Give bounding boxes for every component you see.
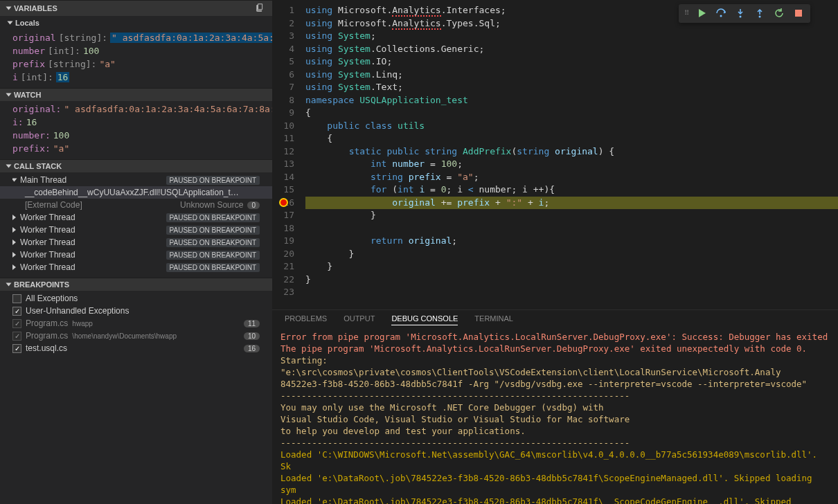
breakpoint-label: test.usql.cs xyxy=(26,343,67,353)
watch-row[interactable]: original: " asdfasdfa:0a:1a:2a:3a:4a:5a:… xyxy=(0,102,272,116)
chevron-down-icon xyxy=(6,93,12,97)
code-line[interactable] xyxy=(305,286,838,299)
breakpoint-count: 11 xyxy=(244,320,260,327)
variable-type: [int]: xyxy=(21,72,53,82)
thread-row[interactable]: Worker ThreadPAUSED ON BREAKPOINT xyxy=(0,249,272,261)
breakpoint-row[interactable]: test.usql.cs16 xyxy=(0,342,272,354)
stack-frame[interactable]: [External Code]Unknown Source0 xyxy=(0,199,272,211)
debug-console-output[interactable]: Error from pipe program 'Microsoft.Analy… xyxy=(272,328,838,504)
frame-badge: 0 xyxy=(247,201,260,209)
chevron-right-icon xyxy=(12,240,16,245)
watch-value: " asdfasdfa:0a:1a:2a:3a:4a:5a:6a:7a:8a:9… xyxy=(64,104,272,114)
code-line[interactable]: static public string AddPrefix(string or… xyxy=(305,145,838,159)
console-line: You may only use the Microsoft .NET Core… xyxy=(280,402,830,413)
code-line[interactable]: return original; xyxy=(305,235,838,248)
locals-label: Locals xyxy=(15,19,39,27)
breakpoint-row[interactable]: Program.cs hwapp11 xyxy=(0,317,272,330)
code-line[interactable]: } xyxy=(305,248,838,261)
code-line[interactable]: int number = 100; xyxy=(305,158,838,171)
variable-row[interactable]: prefix [string]: "a" xyxy=(0,57,272,71)
panel-tab-terminal[interactable]: TERMINAL xyxy=(474,314,513,325)
code-line[interactable]: using System; xyxy=(305,30,838,43)
code-line[interactable]: string prefix = "a"; xyxy=(305,171,838,184)
panel-tab-output[interactable]: OUTPUT xyxy=(344,314,375,325)
thread-row[interactable]: Worker ThreadPAUSED ON BREAKPOINT xyxy=(0,261,272,273)
console-line: ----------------------------------------… xyxy=(280,437,830,449)
checkbox[interactable] xyxy=(12,307,21,316)
editor-area: 1234567891011121314151617181920212223 us… xyxy=(272,0,838,504)
code-line[interactable]: } xyxy=(305,260,838,273)
code-line[interactable]: using System.IO; xyxy=(305,55,838,69)
code-line[interactable]: } xyxy=(305,209,838,222)
step-into-button[interactable] xyxy=(734,7,747,19)
checkbox[interactable] xyxy=(12,344,21,353)
code-editor[interactable]: 1234567891011121314151617181920212223 us… xyxy=(272,0,838,309)
chevron-right-icon xyxy=(12,227,16,233)
checkbox[interactable] xyxy=(12,332,21,341)
code-body[interactable]: using Microsoft.Analytics.Interfaces;usi… xyxy=(300,0,838,309)
breakpoint-count: 10 xyxy=(244,332,260,340)
locals-header[interactable]: Locals xyxy=(0,16,272,30)
breakpoint-row[interactable]: User-Unhandled Exceptions xyxy=(0,305,272,317)
breakpoint-row[interactable]: All Exceptions xyxy=(0,292,272,305)
thread-status: PAUSED ON BREAKPOINT xyxy=(166,176,260,185)
watch-row[interactable]: i: 16 xyxy=(0,116,272,129)
panel-tab-debug-console[interactable]: DEBUG CONSOLE xyxy=(391,314,458,325)
checkbox[interactable] xyxy=(12,319,21,328)
thread-row[interactable]: Worker ThreadPAUSED ON BREAKPOINT xyxy=(0,211,272,224)
thread-row[interactable]: Worker ThreadPAUSED ON BREAKPOINT xyxy=(0,224,272,236)
watch-name: number: xyxy=(12,130,51,141)
variable-row[interactable]: number [int]: 100 xyxy=(0,44,272,57)
console-line: Starting: "e:\src\cosmos\private\cosmos\… xyxy=(280,354,830,378)
variables-title: VARIABLES xyxy=(14,4,57,12)
code-line[interactable]: using System.Text; xyxy=(305,81,838,94)
restart-button[interactable] xyxy=(773,7,785,19)
console-line: Loaded 'e:\DataRoot\.job\784522e3-f3b8-4… xyxy=(280,472,830,496)
debug-toolbar[interactable]: ⠿ xyxy=(679,4,810,23)
step-over-button[interactable] xyxy=(715,7,727,19)
variable-name: prefix xyxy=(12,59,45,69)
stop-button[interactable] xyxy=(792,7,805,19)
step-out-button[interactable] xyxy=(754,7,766,19)
variables-header[interactable]: VARIABLES xyxy=(0,0,272,16)
chevron-down-icon xyxy=(6,165,12,168)
watch-row[interactable]: prefix: "a" xyxy=(0,142,272,155)
drag-handle-icon[interactable]: ⠿ xyxy=(684,7,688,20)
watch-row[interactable]: number: 100 xyxy=(0,129,272,142)
variable-row[interactable]: i [int]: 16 xyxy=(0,71,272,84)
console-line: The pipe program 'Microsoft.Analytics.Lo… xyxy=(280,343,830,354)
breakpoint-label: All Exceptions xyxy=(26,294,78,303)
code-line[interactable]: public class utils xyxy=(305,120,838,133)
checkbox[interactable] xyxy=(12,294,21,303)
panel-tab-problems[interactable]: PROBLEMS xyxy=(285,314,327,325)
code-line[interactable]: { xyxy=(305,107,838,120)
stack-frame[interactable]: __codeBehind__wCyUUaAxxZJF.dll!USQLAppli… xyxy=(0,186,272,199)
callstack-header[interactable]: CALL STACK xyxy=(0,159,272,172)
code-line[interactable]: namespace USQLApplication_test xyxy=(305,94,838,107)
thread-status: PAUSED ON BREAKPOINT xyxy=(166,226,260,235)
watch-list: original: " asdfasdfa:0a:1a:2a:3a:4a:5a:… xyxy=(0,101,272,159)
console-line: to help you develop and test your applic… xyxy=(280,425,830,437)
breakpoints-header[interactable]: BREAKPOINTS xyxy=(0,278,272,291)
breakpoint-row[interactable]: Program.cs \home\nandyw\Documents\hwapp1… xyxy=(0,330,272,342)
variable-value: 100 xyxy=(83,46,99,56)
copy-icon[interactable] xyxy=(256,3,265,14)
code-line[interactable]: } xyxy=(305,273,838,287)
continue-button[interactable] xyxy=(695,7,708,19)
code-line[interactable]: using System.Linq; xyxy=(305,69,838,82)
code-line[interactable]: for (int i = 0; i < number; i ++){ xyxy=(305,183,838,197)
code-line[interactable] xyxy=(305,222,838,235)
code-line[interactable]: { xyxy=(305,132,838,145)
bottom-panel: PROBLEMSOUTPUTDEBUG CONSOLETERMINAL Erro… xyxy=(272,309,838,504)
console-line: Loaded 'C:\WINDOWS\Microsoft.Net\assembl… xyxy=(280,449,830,472)
console-line: ----------------------------------------… xyxy=(280,390,830,402)
svg-point-1 xyxy=(740,16,742,18)
thread-row[interactable]: Worker ThreadPAUSED ON BREAKPOINT xyxy=(0,236,272,249)
variable-row[interactable]: original [string]: " asdfasdfa:0a:1a:2a:… xyxy=(0,31,272,44)
watch-header[interactable]: WATCH xyxy=(0,88,272,101)
code-line[interactable]: original += prefix + ":" + i; xyxy=(305,197,838,210)
breakpoint-icon[interactable] xyxy=(279,198,288,207)
thread-row[interactable]: Main ThreadPAUSED ON BREAKPOINT xyxy=(0,174,272,186)
frame-label: __codeBehind__wCyUUaAxxZJF.dll!USQLAppli… xyxy=(25,188,239,197)
code-line[interactable]: using System.Collections.Generic; xyxy=(305,43,838,56)
